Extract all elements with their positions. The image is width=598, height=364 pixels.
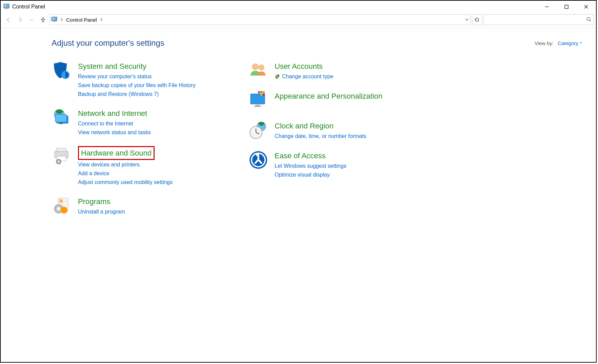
view-by-label: View by:	[535, 40, 554, 46]
category-user-accounts: User Accounts Change account type	[248, 61, 424, 81]
link-change-account-type[interactable]: Change account type	[275, 73, 333, 81]
svg-rect-11	[52, 18, 54, 19]
people-icon	[248, 61, 268, 81]
link-network-status[interactable]: View network status and tasks	[78, 128, 151, 137]
breadcrumb-control-panel[interactable]: Control Panel	[66, 17, 97, 23]
category-title-ease[interactable]: Ease of Access	[275, 150, 346, 161]
clock-globe-icon	[248, 120, 268, 141]
link-backup-restore[interactable]: Backup and Restore (Windows 7)	[78, 90, 196, 98]
search-input[interactable]	[483, 14, 594, 25]
chevron-down-icon	[580, 42, 582, 44]
window-title: Control Panel	[12, 4, 45, 10]
close-button[interactable]	[576, 1, 596, 13]
link-connect-internet[interactable]: Connect to the Internet	[78, 120, 151, 128]
programs-icon	[52, 196, 72, 216]
svg-rect-7	[565, 5, 568, 8]
search-icon	[586, 17, 592, 23]
category-title-hardware[interactable]: Hardware and Sound	[78, 146, 155, 160]
svg-point-31	[57, 207, 61, 211]
svg-rect-35	[251, 94, 265, 104]
printer-icon	[52, 146, 72, 166]
maximize-button[interactable]	[557, 1, 576, 13]
category-clock-region: Clock and Region Change date, time, or n…	[248, 120, 424, 141]
svg-rect-13	[52, 19, 54, 20]
svg-rect-0	[4, 4, 9, 8]
address-dropdown-icon[interactable]	[465, 18, 469, 22]
svg-rect-15	[53, 21, 55, 22]
refresh-button[interactable]	[472, 14, 482, 25]
category-appearance: Appearance and Personalization	[248, 90, 424, 111]
category-title-system-security[interactable]: System and Security	[78, 61, 196, 72]
recent-dropdown-icon[interactable]	[26, 15, 37, 25]
svg-point-34	[258, 64, 264, 70]
category-hardware-sound: Hardware and Sound View devices and prin…	[52, 146, 228, 186]
svg-rect-29	[59, 199, 63, 203]
address-bar[interactable]: Control Panel	[49, 14, 471, 25]
monitor-personalization-icon	[248, 90, 268, 111]
breadcrumb-control-panel-icon	[51, 17, 57, 23]
svg-rect-43	[263, 94, 265, 96]
svg-point-16	[587, 17, 590, 20]
svg-line-17	[590, 20, 591, 21]
svg-rect-40	[263, 91, 265, 93]
minimize-button[interactable]	[537, 1, 557, 13]
navigation-bar: Control Panel	[1, 13, 596, 28]
link-review-status[interactable]: Review your computer's status	[78, 73, 196, 81]
svg-rect-5	[5, 8, 7, 9]
svg-rect-41	[258, 94, 260, 96]
svg-rect-24	[57, 148, 66, 151]
svg-rect-21	[55, 115, 67, 122]
svg-point-32	[61, 207, 67, 214]
svg-rect-37	[254, 106, 261, 107]
left-column: System and Security Review your computer…	[52, 61, 228, 216]
page-header: Adjust your computer's settings View by:…	[52, 38, 582, 48]
ease-of-access-icon	[248, 150, 268, 170]
link-add-device[interactable]: Add a device	[78, 169, 173, 178]
link-devices-printers[interactable]: View devices and printers	[78, 161, 173, 169]
up-button[interactable]	[38, 15, 48, 25]
shield-icon	[52, 61, 72, 81]
category-title-users[interactable]: User Accounts	[275, 61, 333, 72]
window-controls	[537, 1, 596, 13]
svg-rect-10	[52, 17, 57, 21]
view-by-dropdown[interactable]: Category	[558, 40, 582, 46]
back-button[interactable]	[3, 15, 14, 25]
right-column: User Accounts Change account type Appear…	[248, 61, 424, 216]
forward-button[interactable]	[15, 15, 25, 25]
svg-rect-4	[7, 6, 8, 7]
svg-rect-22	[59, 123, 63, 124]
link-file-history[interactable]: Save backup copies of your files with Fi…	[78, 81, 196, 89]
category-title-programs[interactable]: Programs	[78, 196, 125, 207]
link-suggest-settings[interactable]: Let Windows suggest settings	[275, 162, 346, 170]
control-panel-icon	[3, 4, 9, 10]
category-programs: Programs Uninstall a program	[52, 196, 228, 216]
svg-rect-14	[55, 19, 56, 20]
category-columns: System and Security Review your computer…	[52, 61, 582, 216]
view-by-control: View by: Category	[535, 40, 582, 46]
svg-rect-39	[260, 91, 262, 93]
svg-rect-1	[4, 5, 6, 6]
chevron-right-icon	[100, 18, 103, 22]
uac-shield-icon	[275, 74, 280, 79]
link-date-time-formats[interactable]: Change date, time, or number formats	[275, 132, 366, 140]
titlebar: Control Panel	[1, 1, 596, 13]
svg-rect-42	[260, 94, 262, 96]
category-title-clock[interactable]: Clock and Region	[275, 120, 366, 132]
view-by-value: Category	[558, 40, 578, 46]
svg-rect-36	[255, 105, 260, 106]
link-uninstall-program[interactable]: Uninstall a program	[78, 208, 125, 216]
svg-rect-3	[4, 6, 6, 7]
svg-rect-38	[258, 91, 260, 93]
category-network-internet: Network and Internet Connect to the Inte…	[52, 108, 228, 137]
link-optimize-display[interactable]: Optimize visual display	[275, 171, 346, 179]
category-title-network[interactable]: Network and Internet	[78, 108, 151, 119]
category-system-security: System and Security Review your computer…	[52, 61, 228, 98]
link-mobility-settings[interactable]: Adjust commonly used mobility settings	[78, 178, 173, 186]
svg-point-27	[57, 160, 60, 163]
category-title-appearance[interactable]: Appearance and Personalization	[275, 90, 382, 102]
svg-point-33	[252, 63, 259, 70]
chevron-right-icon	[60, 18, 63, 22]
page-title: Adjust your computer's settings	[52, 38, 164, 48]
svg-rect-12	[55, 18, 56, 19]
globe-network-icon	[52, 108, 72, 128]
